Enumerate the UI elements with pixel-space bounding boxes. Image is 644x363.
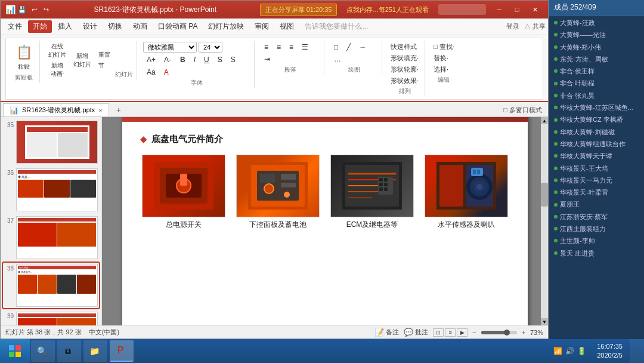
start-button[interactable] xyxy=(0,339,30,363)
slide-thumb-37[interactable]: 37 xyxy=(3,215,99,260)
member-item[interactable]: 华核景天-叶柔雷 xyxy=(549,186,644,198)
menu-file[interactable]: 文件 xyxy=(3,20,27,33)
comments-btn[interactable]: 💬 批注 xyxy=(404,328,428,337)
online-slide-btn[interactable]: 在线幻灯片 xyxy=(46,42,69,60)
fontcase-btn[interactable]: Aa xyxy=(143,67,159,78)
member-item[interactable]: 非合·叶朝程 xyxy=(549,77,644,89)
taskbar-clock[interactable]: 16:07:35 2020/2/5 xyxy=(590,342,630,361)
indent-btn[interactable]: ⇥ xyxy=(261,54,274,64)
minimize-button[interactable]: ─ xyxy=(491,4,507,15)
quick-access-redo[interactable]: ↪ xyxy=(41,5,51,14)
decrease-font-btn[interactable]: A- xyxy=(160,54,175,65)
reading-view-btn[interactable]: ≡ xyxy=(445,328,456,337)
quick-access-save[interactable]: 💾 xyxy=(17,5,27,14)
select-btn[interactable]: 选择· xyxy=(431,64,457,75)
bold-btn[interactable]: B xyxy=(177,54,189,65)
login-btn[interactable]: 登录 xyxy=(506,22,519,31)
vertical-scrollbar[interactable]: ▲ ▼ xyxy=(541,117,548,325)
taskbar-explorer[interactable]: 📁 xyxy=(83,340,107,362)
member-dot xyxy=(554,21,558,24)
shape-rect[interactable]: □ xyxy=(330,42,342,53)
member-item[interactable]: 华核大黄蜂组通联台作 xyxy=(549,138,644,150)
section-btn[interactable]: 节 xyxy=(96,61,113,70)
reset-btn[interactable]: 重置 xyxy=(96,50,113,60)
member-item[interactable]: 华核大黄蜂CZ 李枫桥 xyxy=(549,113,644,125)
slide-thumb-38[interactable]: 38 电气系统... ◆ 底盘电气... xyxy=(3,263,99,308)
member-item[interactable]: 江西土服装组力 xyxy=(549,223,644,235)
menu-home[interactable]: 开始 xyxy=(28,20,52,33)
shape-effect-btn[interactable]: 形状效果· xyxy=(388,76,421,86)
menu-transition[interactable]: 切换 xyxy=(103,20,127,33)
normal-view-btn[interactable]: ⊡ xyxy=(433,328,444,337)
share-btn[interactable]: △ 共享 xyxy=(524,22,546,31)
shape-arrow[interactable]: → xyxy=(355,42,370,53)
menu-review[interactable]: 审阅 xyxy=(250,20,274,33)
taskbar-ppt[interactable]: P xyxy=(110,340,134,362)
window-title: SR1623-谱依灵机械.pptx - PowerPoint xyxy=(55,5,255,15)
add-anim-btn[interactable]: 新增动画· xyxy=(46,61,69,79)
menu-design[interactable]: 设计 xyxy=(78,20,102,33)
member-item[interactable]: 华核大黄蜂-刘磁磁 xyxy=(549,126,644,138)
tab-close-btn[interactable]: × xyxy=(98,107,102,114)
font-size-select[interactable]: 24 xyxy=(199,42,222,53)
member-item[interactable]: 华核景天-王大培 xyxy=(549,162,644,174)
taskbar-taskview[interactable]: ⧉ xyxy=(57,340,81,362)
shape-fill-btn[interactable]: 形状填充· xyxy=(388,53,421,63)
show-desktop-btn[interactable] xyxy=(630,339,644,363)
align-right-btn[interactable]: ≡ xyxy=(286,42,297,53)
italic-btn[interactable]: I xyxy=(190,54,199,65)
menu-pa[interactable]: 口袋动画 PA xyxy=(153,20,202,33)
shape-line[interactable]: ╱ xyxy=(343,42,354,53)
member-item[interactable]: 非合·张丸昊 xyxy=(549,90,644,101)
slide-thumb-36[interactable]: 36 ◆ 底盘... xyxy=(3,167,99,213)
quick-access-undo[interactable]: ↩ xyxy=(29,5,39,14)
shape-more[interactable]: … xyxy=(330,54,345,64)
query-btn[interactable]: □ 查找· xyxy=(431,42,457,52)
member-item[interactable]: 大黄蜂——光油 xyxy=(549,29,644,41)
zoom-minus-btn[interactable]: − xyxy=(472,329,476,336)
align-left-btn[interactable]: ≡ xyxy=(261,42,272,53)
menu-insert[interactable]: 插入 xyxy=(53,20,77,33)
member-item[interactable]: 非合·侯王样 xyxy=(549,65,644,77)
menu-view[interactable]: 视图 xyxy=(275,20,299,33)
shadow-btn[interactable]: S xyxy=(227,54,239,65)
member-item[interactable]: 大黄蜂-汪政 xyxy=(549,17,644,29)
member-item[interactable]: 华核景天一马力元 xyxy=(549,174,644,186)
fontcolor-btn[interactable]: A xyxy=(160,67,172,78)
member-item[interactable]: 东莞-方涛、周敏 xyxy=(549,53,644,65)
align-center-btn[interactable]: ≡ xyxy=(273,42,284,53)
increase-font-btn[interactable]: A+ xyxy=(143,54,159,65)
paste-button[interactable]: 📋 粘贴 xyxy=(12,42,36,72)
quickstyle-btn[interactable]: 快速样式 xyxy=(388,42,421,52)
member-item[interactable]: 主世颜-李帅 xyxy=(549,235,644,247)
member-item[interactable]: 大黄蜂·郑小伟 xyxy=(549,41,644,53)
zoom-slider[interactable] xyxy=(481,331,517,334)
menu-animation[interactable]: 动画 xyxy=(128,20,152,33)
replace-btn[interactable]: 替换· xyxy=(431,53,457,63)
maximize-button[interactable]: □ xyxy=(509,4,525,15)
active-tab[interactable]: 📊 SR1623-谱依灵机械.pptx × xyxy=(3,103,109,116)
shape-outline-btn[interactable]: 形状轮廓· xyxy=(388,64,421,75)
member-item[interactable]: 华核大黄蜂-江苏区城鱼... xyxy=(549,101,644,113)
slide-preview xyxy=(16,312,98,325)
slide-thumb-35[interactable]: 35 xyxy=(3,119,99,165)
member-item[interactable]: 华核大黄蜂天于谭 xyxy=(549,150,644,162)
list-btn[interactable]: ☰ xyxy=(298,42,312,53)
multiview-btn[interactable]: □ 多窗口模式 xyxy=(500,104,546,116)
add-tab-btn[interactable]: + xyxy=(112,103,126,116)
member-item[interactable]: 夏朋王 xyxy=(549,198,644,210)
member-item[interactable]: 江苏浙安庆·蔡军 xyxy=(549,211,644,223)
underline-btn[interactable]: U xyxy=(200,54,213,65)
taskbar-search[interactable]: 🔍 xyxy=(31,340,55,362)
strikethrough-btn[interactable]: S xyxy=(214,54,226,65)
menu-search[interactable]: 告诉我您要做什么... xyxy=(300,20,504,33)
close-button[interactable]: ✕ xyxy=(527,4,543,15)
notes-btn[interactable]: 📝 备注 xyxy=(374,328,399,337)
slideshow-view-btn[interactable]: ▶ xyxy=(457,328,467,337)
font-name-select[interactable]: 微软雅黑 xyxy=(143,42,197,53)
new-slide-btn[interactable]: 新增幻灯片 xyxy=(71,51,94,69)
menu-slideshow[interactable]: 幻灯片放映 xyxy=(203,20,249,33)
slide-thumb-39[interactable]: 39 xyxy=(3,310,99,325)
member-item[interactable]: 景天 庄进贵 xyxy=(549,247,644,259)
zoom-plus-btn[interactable]: + xyxy=(522,329,525,336)
